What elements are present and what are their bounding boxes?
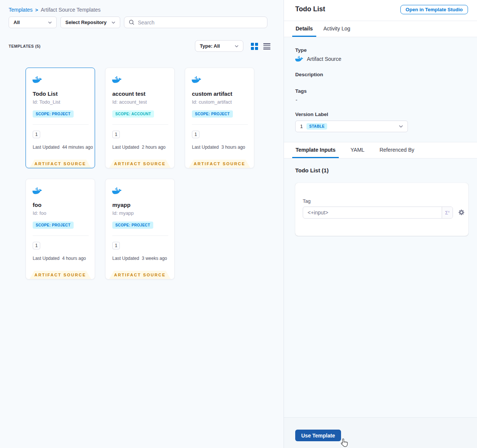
template-inputs-card: Tag Σx bbox=[295, 183, 468, 236]
search-input[interactable] bbox=[138, 20, 263, 26]
chevron-down-icon bbox=[112, 21, 115, 24]
scope-badge: SCOPE: PROJECT bbox=[192, 110, 233, 118]
last-updated-value: 3 hours ago bbox=[221, 145, 245, 150]
tags-label: Tags bbox=[295, 88, 307, 94]
details-header: Todo List Open in Template Studio bbox=[284, 0, 477, 21]
tab-referenced-by[interactable]: Referenced By bbox=[376, 142, 418, 158]
template-title: foo bbox=[33, 202, 41, 208]
last-updated-label: Last Updated bbox=[112, 145, 139, 150]
version-count-badge: 1 bbox=[112, 131, 120, 138]
version-count-badge: 1 bbox=[192, 131, 199, 138]
version-value: 1 bbox=[300, 124, 303, 129]
template-details-panel: Todo List Open in Template Studio Detail… bbox=[284, 0, 477, 448]
last-updated-label: Last Updated bbox=[33, 145, 59, 150]
template-id: Id: foo bbox=[33, 210, 46, 216]
scope-badge: SCOPE: ACCOUNT bbox=[112, 110, 154, 118]
expression-icon[interactable]: Σx bbox=[442, 207, 453, 218]
use-template-button[interactable]: Use Template bbox=[295, 430, 341, 441]
template-id: Id: Todo_List bbox=[33, 99, 60, 105]
template-id: Id: custom_artifact bbox=[192, 99, 232, 105]
template-card-account-test[interactable]: account test Id: account_test SCOPE: ACC… bbox=[105, 68, 175, 168]
type-filter-value: Type: All bbox=[200, 43, 220, 49]
type-label: Type bbox=[295, 47, 307, 53]
inputs-heading: Todo List (1) bbox=[295, 167, 329, 173]
template-title: custom artifact bbox=[192, 91, 232, 97]
last-updated-label: Last Updated bbox=[33, 256, 59, 261]
template-id: Id: account_test bbox=[112, 99, 147, 105]
version-count-badge: 1 bbox=[33, 131, 40, 138]
type-filter-dropdown[interactable]: Type: All bbox=[195, 40, 243, 52]
template-card-todo-list[interactable]: Todo List Id: Todo_List SCOPE: PROJECT 1… bbox=[26, 68, 95, 168]
docker-icon bbox=[32, 187, 42, 195]
sigma-sup: x bbox=[448, 210, 450, 213]
tab-activity-log[interactable]: Activity Log bbox=[320, 21, 354, 37]
version-count-badge: 1 bbox=[33, 242, 40, 249]
artifact-source-ribbon: ARTIFACT SOURCE bbox=[189, 160, 251, 168]
chevron-down-icon bbox=[235, 45, 238, 47]
templates-count-label: TEMPLATES (5) bbox=[9, 44, 41, 48]
version-label: Version Label bbox=[295, 112, 328, 117]
artifact-source-ribbon: ARTIFACT SOURCE bbox=[30, 160, 91, 168]
template-card-myapp[interactable]: myapp Id: myapp SCOPE: PROJECT 1 Last Up… bbox=[105, 179, 175, 279]
details-tab-bar: Details Activity Log bbox=[284, 21, 477, 37]
list-view-icon[interactable] bbox=[263, 43, 270, 50]
scope-filter-value: All bbox=[14, 20, 20, 25]
template-title: myapp bbox=[112, 202, 130, 208]
view-toggles bbox=[251, 43, 270, 50]
templates-list-panel: Templates > Artifact Source Templates Al… bbox=[0, 0, 284, 448]
docker-icon bbox=[192, 76, 201, 83]
gear-icon[interactable] bbox=[458, 209, 465, 216]
details-footer: Use Template bbox=[284, 417, 477, 448]
last-updated: Last Updated 44 minutes ago bbox=[33, 145, 93, 150]
divider bbox=[112, 124, 168, 125]
inputs-tab-bar: Template Inputs YAML Referenced By bbox=[284, 142, 477, 158]
tag-label: Tag bbox=[303, 198, 311, 204]
docker-icon bbox=[112, 76, 122, 83]
repository-filter-dropdown[interactable]: Select Repository bbox=[60, 17, 120, 28]
last-updated: Last Updated 4 hours ago bbox=[33, 256, 86, 261]
stable-badge: STABLE bbox=[306, 123, 327, 130]
last-updated-value: 3 weeks ago bbox=[142, 256, 167, 261]
artifact-source-ribbon: ARTIFACT SOURCE bbox=[109, 160, 171, 168]
version-count-badge: 1 bbox=[112, 242, 120, 249]
tag-input-group: Σx bbox=[303, 207, 453, 219]
search-icon bbox=[129, 20, 134, 25]
last-updated-label: Last Updated bbox=[192, 145, 219, 150]
breadcrumb-current: Artifact Source Templates bbox=[41, 7, 100, 13]
open-in-template-studio-button[interactable]: Open in Template Studio bbox=[400, 5, 468, 14]
divider bbox=[33, 235, 89, 236]
template-id: Id: myapp bbox=[112, 210, 134, 216]
tab-yaml[interactable]: YAML bbox=[347, 142, 368, 158]
template-title: account test bbox=[112, 91, 145, 97]
page-title: Todo List bbox=[295, 5, 325, 13]
version-dropdown[interactable]: 1 STABLE bbox=[295, 121, 408, 132]
scope-filter-dropdown[interactable]: All bbox=[9, 17, 57, 28]
artifact-source-ribbon: ARTIFACT SOURCE bbox=[30, 271, 91, 279]
grid-view-icon[interactable] bbox=[251, 43, 258, 50]
search-field bbox=[124, 17, 267, 28]
docker-icon bbox=[112, 187, 122, 195]
last-updated: Last Updated 2 hours ago bbox=[112, 145, 166, 150]
artifact-source-ribbon: ARTIFACT SOURCE bbox=[109, 271, 171, 279]
type-value: Artifact Source bbox=[307, 56, 341, 62]
templates-grid: Todo List Id: Todo_List SCOPE: PROJECT 1… bbox=[26, 68, 254, 279]
type-value-row: Artifact Source bbox=[295, 56, 341, 62]
last-updated-value: 4 hours ago bbox=[62, 256, 86, 261]
tab-details[interactable]: Details bbox=[292, 21, 316, 37]
last-updated-value: 2 hours ago bbox=[142, 145, 165, 150]
template-card-foo[interactable]: foo Id: foo SCOPE: PROJECT 1 Last Update… bbox=[26, 179, 95, 279]
divider bbox=[33, 124, 89, 125]
tag-input[interactable] bbox=[303, 207, 442, 218]
scope-badge: SCOPE: PROJECT bbox=[112, 222, 153, 229]
template-card-custom-artifact[interactable]: custom artifact Id: custom_artifact SCOP… bbox=[185, 68, 254, 168]
last-updated-label: Last Updated bbox=[112, 256, 139, 261]
docker-icon bbox=[32, 76, 42, 83]
tab-template-inputs[interactable]: Template Inputs bbox=[292, 142, 339, 158]
breadcrumb-templates-link[interactable]: Templates bbox=[9, 7, 33, 13]
sigma-glyph: Σ bbox=[445, 210, 448, 216]
filters-row: All Select Repository bbox=[9, 17, 267, 28]
chevron-down-icon bbox=[48, 21, 52, 24]
divider bbox=[112, 235, 168, 236]
scope-badge: SCOPE: PROJECT bbox=[33, 222, 74, 229]
breadcrumb: Templates > Artifact Source Templates bbox=[9, 7, 101, 13]
